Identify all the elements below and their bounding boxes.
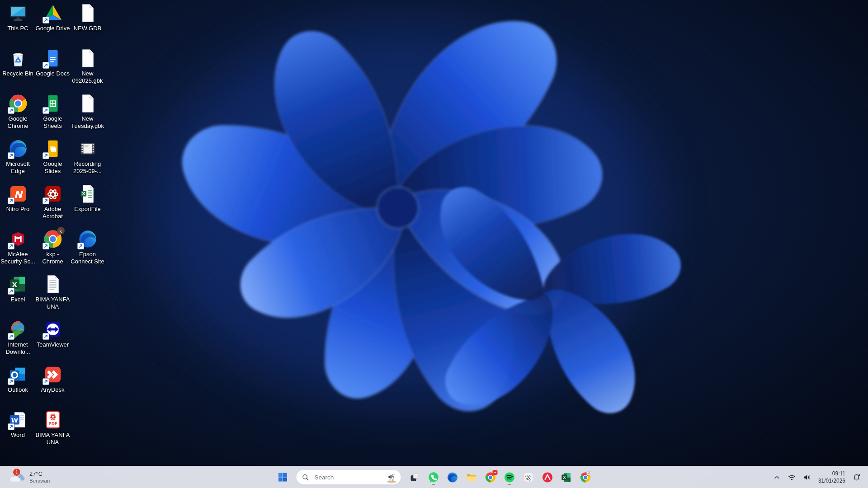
desktop-icon-google-docs[interactable]: Google Docs	[35, 48, 70, 77]
system-tray: 09:11 31/01/2026 z	[770, 466, 863, 488]
desktop-icon-label: Outlook	[8, 386, 28, 394]
show-hidden-icons-chevron[interactable]	[770, 468, 783, 486]
desktop-icon-new-gdb[interactable]: NEW.GDB	[70, 3, 105, 32]
shortcut-arrow-overlay-icon	[42, 378, 49, 385]
desktop-icon-kkp-chrome[interactable]: kkkp - Chrome	[35, 229, 70, 265]
taskbar-a-app-button[interactable]	[538, 468, 557, 486]
computer-monitor-icon	[8, 3, 28, 23]
desktop-icon-internet-download-manager[interactable]: Internet Downlo...	[0, 319, 35, 356]
desktop-icon-label: Adobe Acrobat	[42, 206, 63, 220]
taskbar-center: X	[274, 466, 594, 488]
red-circle-a-icon	[541, 471, 553, 483]
desktop-icon-exportfile[interactable]: XExportFile	[70, 183, 105, 213]
recycle-bin-icon	[8, 48, 28, 69]
desktop-icon-label: TeamViewer	[37, 341, 69, 348]
text-document-icon	[42, 274, 63, 295]
taskbar-app-icons: X	[406, 468, 594, 486]
shortcut-arrow-overlay-icon	[8, 107, 14, 114]
whatsapp-icon	[427, 471, 439, 483]
shortcut-arrow-overlay-icon	[42, 243, 49, 249]
edge-icon	[446, 471, 458, 483]
taskbar-edge-button[interactable]	[443, 468, 462, 486]
desktop-icon-google-drive[interactable]: Google Drive	[35, 3, 70, 32]
desktop-icon-label: Epson Connect Site	[71, 251, 104, 265]
taskbar-chrome-button[interactable]	[481, 468, 500, 486]
desktop-icon-new-092025-gbk[interactable]: New 092025.gbk	[70, 48, 105, 84]
desktop-icon-label: BIMA YANFA UNA	[35, 432, 70, 446]
taskbar-whatsapp-button[interactable]	[425, 468, 443, 486]
weather-condition: Berawan	[29, 478, 50, 484]
desktop-icon-recycle-bin[interactable]: Recycle Bin	[0, 48, 35, 77]
desktop-icon-google-chrome[interactable]: Google Chrome	[0, 93, 35, 130]
desktop-icon-excel[interactable]: XExcel	[0, 274, 35, 303]
desktop-icon-epson-connect[interactable]: Epson Connect Site	[70, 229, 105, 265]
taskbar-snipping-tool-button[interactable]	[519, 468, 538, 486]
shortcut-arrow-overlay-icon	[8, 423, 14, 430]
do-not-disturb-bell-icon[interactable]: z	[850, 468, 863, 486]
desktop-icon-bima-yanfa-una-doc[interactable]: BIMA YANFA UNA	[35, 274, 70, 310]
excel-app-icon: X	[8, 274, 28, 295]
taskbar-excel-button[interactable]: X	[557, 468, 576, 486]
shortcut-arrow-overlay-icon	[8, 243, 14, 249]
outlook-icon	[8, 364, 28, 385]
taskbar-chrome-2-button[interactable]	[576, 468, 594, 486]
desktop-icon-microsoft-edge[interactable]: Microsoft Edge	[0, 138, 35, 175]
desktop-icon-word[interactable]: WWord	[0, 409, 35, 439]
search-highlight-zebra-icon	[385, 471, 399, 483]
desktop-icon-label: Word	[11, 432, 25, 439]
desktop-icon-nitro-pro[interactable]: NNitro Pro	[0, 183, 35, 213]
google-sheets-icon	[42, 93, 63, 114]
profile-badge: k	[57, 227, 65, 235]
desktop-icon-label: Google Slides	[35, 160, 70, 175]
desktop-icon-google-sheets[interactable]: Google Sheets	[35, 93, 70, 130]
excel-app-icon: X	[560, 471, 572, 483]
svg-text:X: X	[563, 475, 566, 480]
taskbar: 1 27°C Berawan	[0, 466, 868, 488]
desktop-icon-label: This PC	[7, 25, 28, 32]
desktop-icon-anydesk[interactable]: AnyDesk	[35, 364, 70, 394]
desktop-icon-label: AnyDesk	[41, 386, 64, 394]
desktop-icon-label: ExportFile	[74, 206, 101, 213]
blank-file-icon	[77, 48, 98, 69]
desktop-icon-label: Internet Downlo...	[5, 341, 30, 356]
desktop-icon-outlook[interactable]: Outlook	[0, 364, 35, 394]
desktop-icon-label: kkp - Chrome	[42, 251, 63, 265]
adobe-acrobat-icon	[42, 183, 63, 204]
shortcut-arrow-overlay-icon	[42, 197, 49, 204]
weather-widget[interactable]: 1 27°C Berawan	[5, 466, 53, 488]
taskbar-file-explorer-button[interactable]	[462, 468, 481, 486]
wifi-icon[interactable]	[785, 468, 798, 486]
shortcut-arrow-overlay-icon	[42, 17, 49, 23]
start-button[interactable]	[274, 468, 292, 486]
taskbar-task-view-button[interactable]	[406, 468, 424, 486]
shortcut-arrow-overlay-icon	[8, 288, 14, 295]
windows-desktop: This PCGoogle DriveNEW.GDBRecycle BinGoo…	[0, 0, 868, 488]
desktop-icon-bima-yanfa-una-pdf[interactable]: PDFBIMA YANFA UNA	[35, 409, 70, 446]
desktop-icon-this-pc[interactable]: This PC	[0, 3, 35, 32]
desktop-icon-google-slides[interactable]: Google Slides	[35, 138, 70, 175]
teamviewer-icon	[42, 319, 63, 340]
google-docs-icon	[42, 48, 63, 69]
google-drive-icon	[42, 3, 63, 23]
edge-icon	[77, 229, 98, 249]
search-input[interactable]	[314, 474, 385, 481]
desktop-icon-recording[interactable]: Recording 2025-09-...	[70, 138, 105, 175]
volume-icon[interactable]	[800, 468, 813, 486]
shortcut-arrow-overlay-icon	[42, 107, 49, 114]
taskbar-clock[interactable]: 09:11 31/01/2026	[815, 470, 849, 484]
task-view-icon	[408, 471, 420, 483]
desktop-icon-label: Google Drive	[36, 25, 70, 32]
weather-temperature: 27°C	[29, 470, 50, 478]
desktop-icon-mcafee[interactable]: McAfee Security Sc...	[0, 229, 35, 265]
desktop-icon-adobe-acrobat[interactable]: Adobe Acrobat	[35, 183, 70, 220]
edge-icon	[8, 138, 28, 159]
svg-text:N: N	[14, 189, 23, 200]
desktop-icon-new-tuesday-gbk[interactable]: New Tuesday.gbk	[70, 93, 105, 130]
desktop-icon-label: Microsoft Edge	[6, 160, 30, 175]
taskbar-spotify-button[interactable]	[500, 468, 519, 486]
snipping-tool-icon	[522, 471, 534, 483]
taskbar-search-box[interactable]	[296, 469, 401, 485]
svg-text:z: z	[859, 473, 860, 476]
notification-badge: 1	[13, 468, 21, 476]
desktop-icon-teamviewer[interactable]: TeamViewer	[35, 319, 70, 348]
